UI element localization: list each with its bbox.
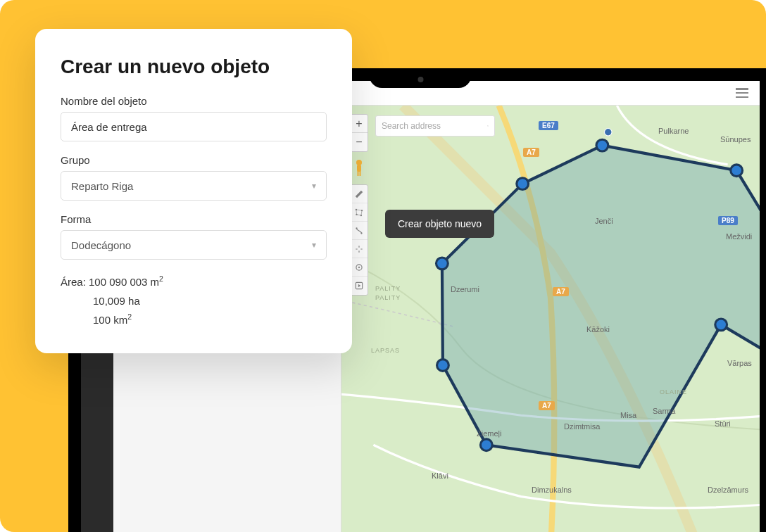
group-select[interactable]: Reparto Riga ▾ bbox=[61, 171, 327, 201]
object-name-input[interactable] bbox=[61, 112, 327, 141]
shape-value: Dodecágono bbox=[71, 239, 131, 251]
create-object-tooltip: Crear objeto nuevo bbox=[385, 210, 494, 238]
search-box[interactable] bbox=[375, 115, 495, 137]
ruler-tool-icon[interactable] bbox=[351, 185, 368, 203]
area-km2: 100 km2 bbox=[61, 310, 327, 329]
app-frame: ↕ 2 — Unplanned Valdeķu iela 8 k-2, Zemg… bbox=[0, 0, 766, 532]
polygon-node[interactable] bbox=[437, 258, 448, 270]
chevron-down-icon: ▾ bbox=[312, 181, 316, 191]
menu-icon[interactable] bbox=[736, 88, 748, 98]
svg-point-31 bbox=[358, 266, 360, 267]
polygon-node[interactable] bbox=[596, 139, 608, 151]
polygon-node[interactable] bbox=[731, 165, 743, 177]
locate-tool-icon[interactable] bbox=[351, 258, 368, 277]
shape-select[interactable]: Dodecágono ▾ bbox=[61, 230, 327, 260]
zoom-in-button[interactable]: + bbox=[351, 115, 368, 133]
svg-rect-22 bbox=[358, 171, 359, 176]
svg-point-20 bbox=[356, 160, 362, 165]
svg-rect-23 bbox=[360, 171, 361, 176]
shape-label: Forma bbox=[61, 213, 327, 225]
route-tool-icon[interactable] bbox=[351, 222, 368, 240]
polygon-tool-icon[interactable] bbox=[351, 203, 368, 222]
svg-rect-21 bbox=[357, 165, 361, 172]
search-input[interactable] bbox=[382, 121, 487, 131]
svg-point-33 bbox=[487, 125, 488, 126]
create-object-modal: Crear un nuevo objeto Nombre del objeto … bbox=[35, 29, 352, 353]
group-label: Grupo bbox=[61, 154, 327, 166]
area-ha: 10,009 ha bbox=[61, 291, 327, 310]
object-name-label: Nombre del objeto bbox=[61, 95, 327, 107]
map-tools bbox=[350, 184, 368, 296]
group-value: Reparto Riga bbox=[71, 180, 133, 192]
polygon-node[interactable] bbox=[437, 360, 449, 372]
svg-point-19 bbox=[605, 128, 612, 135]
zoom-controls: + − bbox=[350, 114, 368, 152]
search-icon bbox=[487, 121, 489, 131]
chevron-down-icon: ▾ bbox=[312, 240, 316, 250]
polygon-node[interactable] bbox=[715, 319, 727, 331]
polygon-node[interactable] bbox=[517, 178, 529, 190]
polygon-node[interactable] bbox=[480, 439, 492, 451]
zoom-out-button[interactable]: − bbox=[351, 133, 368, 151]
play-tool-icon[interactable] bbox=[351, 277, 368, 295]
modal-title: Crear un nuevo objeto bbox=[61, 56, 327, 78]
pegman-icon[interactable] bbox=[350, 158, 368, 179]
center-tool-icon[interactable] bbox=[351, 240, 368, 258]
map-controls: + − bbox=[350, 114, 368, 296]
area-info: Área: 100 090 003 m2 10,009 ha 100 km2 bbox=[61, 272, 327, 329]
map-canvas[interactable]: + − bbox=[341, 106, 760, 532]
device-notch bbox=[370, 68, 472, 88]
